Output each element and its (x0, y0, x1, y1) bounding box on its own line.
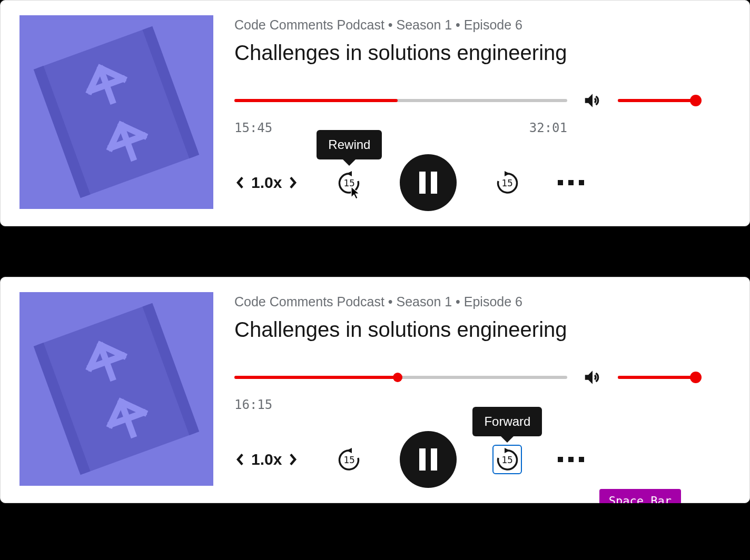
chevron-left-icon[interactable] (234, 177, 246, 188)
pause-button[interactable] (400, 154, 457, 211)
more-options-button[interactable] (558, 180, 584, 185)
playback-speed-control[interactable]: 1.0x (234, 174, 299, 192)
seek-slider[interactable] (234, 374, 567, 381)
pause-icon (419, 448, 437, 471)
episode-title: Challenges in solutions engineering (234, 41, 731, 65)
pause-button[interactable] (400, 431, 457, 488)
breadcrumb: Code Comments Podcast • Season 1 • Episo… (234, 294, 731, 309)
tooltip: Rewind (317, 130, 382, 159)
podcast-artwork (19, 15, 213, 209)
audio-player-card: Code Comments Podcast • Season 1 • Episo… (0, 0, 750, 226)
breadcrumb: Code Comments Podcast • Season 1 • Episo… (234, 17, 731, 33)
duration-time: 32:01 (529, 121, 567, 135)
speed-value: 1.0x (251, 451, 282, 468)
audio-player-card: Code Comments Podcast • Season 1 • Episo… (0, 277, 750, 503)
seek-slider[interactable] (234, 97, 567, 104)
cursor-icon (350, 186, 361, 199)
podcast-artwork (19, 292, 213, 486)
volume-slider[interactable] (618, 97, 696, 104)
chevron-left-icon[interactable] (234, 454, 246, 465)
more-options-button[interactable] (558, 457, 584, 462)
volume-icon[interactable] (582, 367, 603, 388)
forward-15-button[interactable]: 15 (492, 168, 522, 197)
volume-slider[interactable] (618, 374, 696, 381)
elapsed-time: 15:45 (234, 121, 272, 135)
episode-title: Challenges in solutions engineering (234, 318, 731, 342)
chevron-right-icon[interactable] (287, 177, 299, 188)
playback-speed-control[interactable]: 1.0x (234, 451, 299, 468)
svg-text:15: 15 (502, 177, 514, 188)
svg-text:15: 15 (502, 454, 514, 465)
speed-value: 1.0x (251, 174, 282, 192)
volume-icon[interactable] (582, 90, 603, 111)
forward-15-button[interactable]: 15 Forward (492, 445, 522, 474)
elapsed-time: 16:15 (234, 397, 272, 412)
chevron-right-icon[interactable] (287, 454, 299, 465)
tooltip: Forward (472, 407, 542, 436)
rewind-15-button[interactable]: 15 (334, 445, 364, 474)
pause-icon (419, 172, 437, 194)
rewind-15-button[interactable]: 15 Rewind (334, 168, 364, 197)
svg-text:15: 15 (344, 454, 356, 465)
keyboard-hint: Space Bar (599, 489, 681, 503)
